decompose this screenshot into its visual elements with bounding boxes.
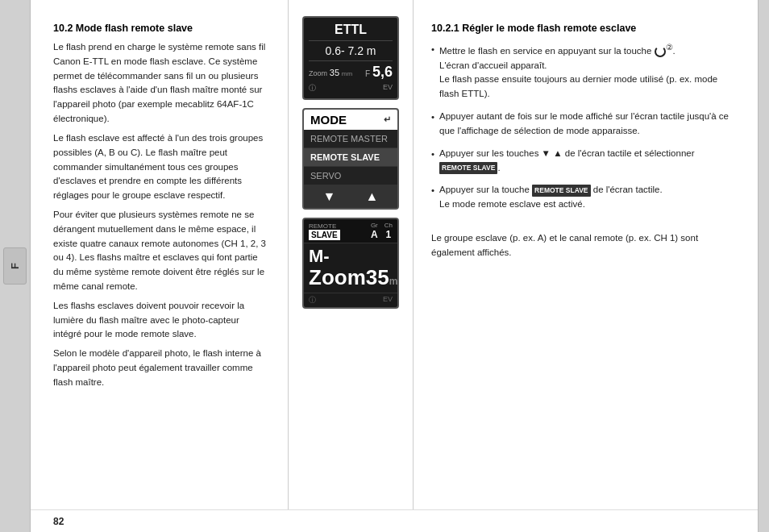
ettl-label: ETTL: [309, 23, 393, 41]
sidebar-tab: F: [3, 247, 27, 285]
gr-value: A: [371, 229, 378, 240]
nav-down-arrow[interactable]: ▼: [323, 189, 336, 204]
mzoom-value: 35: [366, 265, 389, 289]
aperture-value: 5,6: [372, 64, 393, 80]
ch-col: Ch 1: [384, 222, 393, 240]
power-icon: [655, 46, 666, 57]
mode-label: MODE: [310, 113, 347, 127]
right-sidebar: [758, 0, 769, 532]
center-col: ETTL 0.6- 7.2 m Zoom 35 mm F 5,6: [289, 0, 414, 509]
remote-text: REMOTE: [309, 222, 340, 230]
zoom-info: Zoom 35 mm: [309, 68, 352, 77]
bullet-dot-3: •: [431, 148, 434, 176]
mode-arrow-icon: ↵: [384, 114, 391, 125]
aperture-info: F 5,6: [365, 64, 393, 81]
nav-up-arrow[interactable]: ▲: [366, 189, 379, 204]
content-row: 10.2 Mode flash remote slave Le flash pr…: [31, 0, 758, 509]
info-icon-top: ⓘ: [309, 83, 316, 94]
screen2-bottom: ⓘ EV: [304, 293, 397, 307]
gr-ch-group: Gr A Ch 1: [371, 222, 393, 240]
bottom-row-screen: ⓘ EV: [309, 83, 393, 94]
bullet-text-1: Mettre le flash en service en appuyant s…: [439, 42, 735, 102]
page-number: 82: [53, 516, 64, 527]
bullet-dot-1: •: [431, 43, 434, 102]
mzoom-prefix: M-: [309, 246, 330, 266]
right-text-col: 10.2.1 Régler le mode flash remote escla…: [414, 0, 758, 509]
left-sidebar: F: [0, 0, 31, 532]
bullet-text-2: Appuyer autant de fois sur le mode affic…: [439, 110, 735, 139]
mzoom-label: Zoom: [309, 265, 366, 289]
remote-slave-badge-1: REMOTE SLAVE: [439, 162, 497, 174]
left-section-title: 10.2 Mode flash remote slave: [53, 23, 270, 34]
left-para-5: Selon le modèle d'appareil photo, le fla…: [53, 347, 270, 389]
zoom-aperture-row: Zoom 35 mm F 5,6: [309, 60, 393, 81]
zoom-prefix: Zoom: [309, 69, 327, 77]
bullet-text-4: Appuyer sur la touche REMOTE SLAVE de l'…: [439, 183, 663, 212]
remote-slave-badge-2: REMOTE SLAVE: [532, 185, 590, 197]
ch-header: Ch: [384, 222, 393, 229]
mode-item-servo: SERVO: [304, 167, 397, 185]
mode-header: MODE ↵: [304, 110, 397, 130]
zoom-unit: mm: [342, 70, 352, 77]
ev-label-top: EV: [383, 83, 393, 94]
bullet-text-3: Appuyer sur les touches ▼ ▲ de l'écran t…: [439, 147, 735, 176]
arrow-up-icon: ▲: [553, 148, 562, 158]
ch-value: 1: [384, 229, 393, 240]
gr-header: Gr: [371, 222, 378, 229]
mode-item-remote-master: REMOTE MASTER: [304, 130, 397, 148]
zoom-number: 35: [330, 68, 339, 77]
bullet-item-1: • Mettre le flash en service en appuyant…: [431, 42, 735, 102]
right-section-title: 10.2.1 Régler le mode flash remote escla…: [431, 23, 735, 34]
bullet-dot-4: •: [431, 184, 434, 212]
page-container: F 10.2 Mode flash remote slave Le flash …: [0, 0, 769, 532]
mode-screen: MODE ↵ REMOTE MASTER REMOTE SLAVE SERVO …: [302, 108, 399, 210]
left-para-2: Le flash esclave est affecté à l'un des …: [53, 131, 270, 203]
power-sup: ②: [666, 43, 673, 52]
distance-row: 0.6- 7.2 m: [309, 44, 393, 57]
gr-col: Gr A: [371, 222, 378, 240]
left-text-col: 10.2 Mode flash remote slave Le flash pr…: [31, 0, 289, 509]
mzoom-text: M- Zoom35mm: [304, 243, 397, 293]
ev-label-bottom: EV: [383, 295, 393, 305]
arrow-down-icon: ▼: [542, 148, 551, 158]
mode-nav-row: ▼ ▲: [304, 185, 397, 208]
left-para-4: Les flashs esclaves doivent pouvoir rece…: [53, 299, 270, 342]
aperture-label: F: [365, 69, 370, 78]
bullet-item-4: • Appuyer sur la touche REMOTE SLAVE de …: [431, 183, 735, 212]
bullet-item-2: • Appuyer autant de fois sur le mode aff…: [431, 110, 735, 139]
info-icon-bottom: ⓘ: [309, 295, 316, 305]
slave-header-row: REMOTE SLAVE Gr A Ch 1: [304, 219, 397, 243]
main-content: 10.2 Mode flash remote slave Le flash pr…: [31, 0, 758, 532]
mode-item-remote-slave: REMOTE SLAVE: [304, 148, 397, 167]
bullet-item-3: • Appuyer sur les touches ▼ ▲ de l'écran…: [431, 147, 735, 176]
page-footer: 82: [31, 509, 758, 532]
device-screen-bottom: REMOTE SLAVE Gr A Ch 1: [302, 218, 399, 309]
remote-slave-group: REMOTE SLAVE: [309, 222, 340, 240]
device-screen-top: ETTL 0.6- 7.2 m Zoom 35 mm F 5,6: [302, 16, 399, 100]
left-para-3: Pour éviter que plusieurs systèmes remot…: [53, 208, 270, 294]
right-lower-text: Le groupe esclave (p. ex. A) et le canal…: [431, 231, 735, 260]
left-para-1: Le flash prend en charge le système remo…: [53, 40, 270, 127]
slave-label: SLAVE: [309, 230, 340, 240]
bullet-dot-2: •: [431, 110, 434, 139]
mzoom-unit: mm: [389, 276, 399, 287]
